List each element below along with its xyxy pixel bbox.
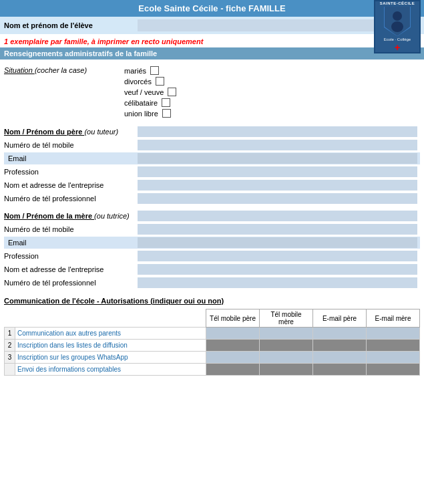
pere-title-label: Nom / Prénom du père (ou tuteur) — [4, 128, 138, 136]
comm-table-header: Tél mobile père Tél mobile mère E-mail p… — [5, 309, 420, 328]
comm-input-4-email-pere[interactable] — [313, 364, 367, 376]
pere-nom-input[interactable] — [138, 126, 417, 137]
comm-input-1-tel-pere[interactable] — [206, 328, 260, 340]
situation-text: Situation — [4, 66, 35, 74]
red-notice: 1 exemplaire par famille, à imprimer en … — [0, 35, 424, 47]
mere-entreprise-row: Nom et adresse de l'entreprise — [4, 263, 420, 275]
logo-cross: + — [395, 43, 400, 52]
maries-label: mariés — [124, 67, 146, 75]
pere-nom-label: Nom / Prénom du père — [4, 128, 84, 136]
situation-label: Situation (cocher la case) — [4, 66, 124, 118]
school-logo: SAINTE-CÉCILE Ecole · Collège + — [374, 0, 421, 53]
pere-title-row: Nom / Prénom du père (ou tuteur) — [4, 126, 420, 138]
comm-input-2-email-pere[interactable] — [313, 340, 367, 352]
th-tel-mere: Tél mobile mère — [260, 309, 313, 328]
comm-label-3: Inscription sur les groupes WhatsApp — [15, 352, 206, 364]
page-header: Ecole Sainte Cécile - fiche FAMILLE — [0, 0, 424, 17]
mere-title-row: Nom / Prénom de la mère (ou tutrice) — [4, 210, 420, 222]
union-libre-checkbox[interactable] — [162, 109, 171, 118]
renseignements-header: Renseignements administratifs de la fami… — [0, 47, 424, 59]
mere-entreprise-input[interactable] — [138, 264, 417, 275]
comm-input-1-email-pere[interactable] — [313, 328, 367, 340]
comm-input-3-email-pere[interactable] — [313, 352, 367, 364]
comm-num-2: 2 — [5, 340, 15, 352]
mere-tutrice-label: (ou tutrice) — [94, 212, 130, 220]
comm-input-3-email-mere[interactable] — [367, 352, 420, 364]
pere-tel-mobile-label: Numéro de tél mobile — [4, 141, 138, 149]
pere-tel-pro-input[interactable] — [138, 193, 417, 204]
comm-row-4: Envoi des informations comptables — [5, 364, 420, 376]
comm-input-1-tel-mere[interactable] — [260, 328, 313, 340]
comm-input-4-email-mere[interactable] — [367, 364, 420, 376]
pere-tel-mobile-input[interactable] — [138, 140, 417, 150]
veuf-label: veuf / veuve — [124, 88, 164, 96]
mere-section: Nom / Prénom de la mère (ou tutrice) Num… — [0, 210, 424, 289]
pere-profession-label: Profession — [4, 168, 138, 176]
mere-profession-row: Profession — [4, 250, 420, 262]
situation-option-3: veuf / veuve — [124, 88, 176, 96]
comm-row-3: 3 Inscription sur les groupes WhatsApp — [5, 352, 420, 364]
th-label — [15, 309, 206, 328]
comm-row-2: 2 Inscription dans les listes de diffusi… — [5, 340, 420, 352]
pere-email-row: Email — [4, 152, 420, 164]
comm-input-2-tel-mere[interactable] — [260, 340, 313, 352]
pere-tel-pro-row: Numéro de tél professionnel — [4, 193, 420, 205]
logo-school-name: SAINTE-CÉCILE — [380, 1, 415, 5]
celibataire-label: célibataire — [124, 99, 158, 107]
pere-profession-input[interactable] — [138, 166, 417, 177]
comm-input-1-email-mere[interactable] — [367, 328, 420, 340]
comm-input-4-tel-mere[interactable] — [260, 364, 313, 376]
mere-tel-pro-input[interactable] — [138, 277, 417, 288]
comm-label-2: Inscription dans les listes de diffusion — [15, 340, 206, 352]
th-num — [5, 309, 15, 328]
comm-num-3: 3 — [5, 352, 15, 364]
situation-section: Situation (cocher la case) mariés divorc… — [0, 64, 424, 120]
veuf-checkbox[interactable] — [168, 88, 176, 96]
mere-nom-input[interactable] — [138, 211, 417, 221]
pere-email-label: Email — [4, 153, 138, 164]
nom-eleve-label: Nom et prénom de l'élève — [4, 21, 138, 29]
mere-email-row: Email — [4, 237, 420, 249]
shield-svg — [385, 7, 410, 36]
comm-num-1: 1 — [5, 328, 15, 340]
comm-input-2-tel-pere[interactable] — [206, 340, 260, 352]
situation-options: mariés divorcés veuf / veuve célibataire… — [124, 66, 176, 118]
svg-point-2 — [391, 21, 403, 32]
nom-eleve-row: Nom et prénom de l'élève — [0, 17, 424, 34]
pere-entreprise-input[interactable] — [138, 180, 417, 191]
pere-section: Nom / Prénom du père (ou tuteur) Numéro … — [0, 126, 424, 205]
mere-profession-input[interactable] — [138, 251, 417, 261]
situation-option-2: divorcés — [124, 77, 176, 86]
comm-table: Tél mobile père Tél mobile mère E-mail p… — [4, 309, 420, 376]
pere-profession-row: Profession — [4, 166, 420, 178]
svg-point-1 — [393, 11, 402, 21]
logo-shield — [384, 7, 411, 36]
comm-num-4 — [5, 364, 15, 376]
comm-input-3-tel-pere[interactable] — [206, 352, 260, 364]
divorces-checkbox[interactable] — [156, 77, 164, 86]
mere-tel-mobile-label: Numéro de tél mobile — [4, 225, 138, 233]
mere-email-input[interactable] — [138, 237, 417, 248]
comm-input-4-tel-pere[interactable] — [206, 364, 260, 376]
comm-input-2-email-mere[interactable] — [367, 340, 420, 352]
comm-header: Communication de l'école - Autorisations… — [4, 297, 420, 305]
mere-profession-label: Profession — [4, 252, 138, 260]
pere-email-input[interactable] — [138, 153, 417, 164]
th-email-mere: E-mail mère — [367, 309, 420, 328]
comm-label-4: Envoi des informations comptables — [15, 364, 206, 376]
pere-entreprise-row: Nom et adresse de l'entreprise — [4, 179, 420, 191]
mere-tel-pro-row: Numéro de tél professionnel — [4, 277, 420, 289]
pere-tel-mobile-row: Numéro de tél mobile — [4, 139, 420, 151]
divorces-label: divorcés — [124, 78, 152, 86]
header-title: Ecole Sainte Cécile - fiche FAMILLE — [138, 3, 285, 13]
maries-checkbox[interactable] — [150, 66, 159, 75]
mere-tel-mobile-input[interactable] — [138, 224, 417, 235]
mere-entreprise-label: Nom et adresse de l'entreprise — [4, 265, 138, 273]
celibataire-checkbox[interactable] — [162, 98, 170, 107]
comm-input-3-tel-mere[interactable] — [260, 352, 313, 364]
union-libre-label: union libre — [124, 110, 158, 118]
pere-entreprise-label: Nom et adresse de l'entreprise — [4, 181, 138, 189]
mere-tel-pro-label: Numéro de tél professionnel — [4, 279, 138, 287]
th-tel-pere: Tél mobile père — [206, 309, 260, 328]
communication-section: Communication de l'école - Autorisations… — [0, 294, 424, 378]
